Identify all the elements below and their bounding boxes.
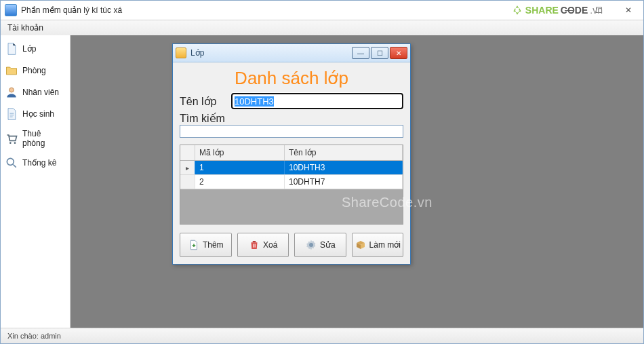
reset-button[interactable]: Làm mới [352,233,404,257]
gear-icon [305,239,317,251]
main-area: Lớp Phòng Nhân viên Học sinh Thuê phòng [1,35,643,328]
app-window: Phần mềm quản lý kí túc xá SHARECODE.vn … [0,0,644,344]
field-ten-lop-label: Tên lớp [180,95,231,108]
form-icon [176,47,186,58]
sidebar-item-nhanvien[interactable]: Nhân viên [1,81,70,103]
grid-col-selector[interactable] [180,145,195,160]
child-minimize-button[interactable]: — [352,47,369,59]
ten-lop-input[interactable] [231,93,403,109]
child-body: Danh sách lớp Tên lớp Tìm kiếm Mã lớp [173,62,410,264]
folder-icon [5,64,18,77]
child-titlebar[interactable]: Lớp — ☐ ✕ [173,44,410,62]
delete-button[interactable]: Xoá [237,233,289,257]
app-title: Phần mềm quản lý kí túc xá [21,5,122,15]
field-tim-kiem: Tìm kiếm [180,112,403,138]
sidebar-item-label: Học sinh [22,109,54,119]
trash-icon [248,239,260,251]
sidebar: Lớp Phòng Nhân viên Học sinh Thuê phòng [1,35,71,328]
add-button[interactable]: Thêm [180,233,232,257]
window-controls: — ☐ ✕ [554,1,643,20]
menu-tai-khoan[interactable]: Tài khoản [1,20,50,35]
grid-header: Mã lớp Tên lớp [180,145,403,161]
document-icon [5,107,18,121]
field-ten-lop: Tên lớp [180,93,403,109]
menubar: Tài khoản [1,20,643,36]
add-document-icon [188,239,200,251]
mdi-client-area: Lớp — ☐ ✕ Danh sách lớp Tên lớp [71,35,643,328]
svg-point-0 [9,88,14,92]
child-window-controls: — ☐ ✕ [352,47,407,59]
document-icon [5,42,18,56]
svg-point-2 [14,142,16,144]
table-row[interactable]: ▸ 1 10DHTH3 [180,161,403,175]
add-button-label: Thêm [203,240,224,250]
sidebar-item-label: Nhân viên [22,88,59,97]
app-icon [5,4,17,16]
sidebar-item-label: Phòng [22,66,46,75]
search-icon [5,156,18,170]
sidebar-item-hocsinh[interactable]: Học sinh [1,103,70,125]
statusbar: Xin chào: admin [1,328,643,343]
box-icon [355,239,367,251]
sidebar-item-lop[interactable]: Lớp [1,38,70,60]
cell-ten-lop: 10DHTH3 [285,161,403,174]
field-tim-kiem-label: Tìm kiếm [180,112,403,125]
svg-point-1 [9,142,12,144]
cell-ma-lop: 2 [195,175,285,189]
child-maximize-button[interactable]: ☐ [371,47,388,59]
sidebar-item-thuephong[interactable]: Thuê phòng [1,125,70,152]
edit-button[interactable]: Sửa [294,233,346,257]
child-close-button[interactable]: ✕ [390,47,407,59]
data-grid[interactable]: Mã lớp Tên lớp ▸ 1 10DHTH3 2 10DHTH7 [180,145,403,225]
form-heading: Danh sách lớp [180,68,403,89]
delete-button-label: Xoá [263,240,277,250]
maximize-button[interactable]: ☐ [584,1,613,20]
sidebar-item-label: Lớp [22,44,36,54]
reset-button-label: Làm mới [369,240,401,250]
cart-icon [5,132,18,145]
table-row[interactable]: 2 10DHTH7 [180,175,403,189]
status-text: Xin chào: admin [7,332,61,340]
grid-col-ten-lop[interactable]: Tên lớp [285,145,403,160]
sidebar-item-label: Thống kê [22,158,56,168]
tim-kiem-input[interactable] [180,125,403,138]
sidebar-item-label: Thuê phòng [22,129,64,148]
cell-ten-lop: 10DHTH7 [285,175,403,189]
sidebar-item-phong[interactable]: Phòng [1,60,70,81]
cell-ma-lop: 1 [195,161,285,174]
child-window-lop: Lớp — ☐ ✕ Danh sách lớp Tên lớp [172,43,411,265]
minimize-button[interactable]: — [554,1,584,20]
grid-col-ma-lop[interactable]: Mã lớp [195,145,285,160]
titlebar: Phần mềm quản lý kí túc xá SHARECODE.vn … [1,1,643,20]
child-title: Lớp [190,48,204,58]
person-icon [5,85,18,99]
row-indicator: ▸ [180,161,195,174]
svg-point-3 [7,158,14,165]
sidebar-item-thongke[interactable]: Thống kê [1,152,70,174]
row-indicator [180,175,195,189]
recycle-icon [511,4,523,16]
close-button[interactable]: ✕ [613,1,643,20]
edit-button-label: Sửa [320,240,336,250]
action-buttons: Thêm Xoá Sửa Làm mới [180,233,403,257]
